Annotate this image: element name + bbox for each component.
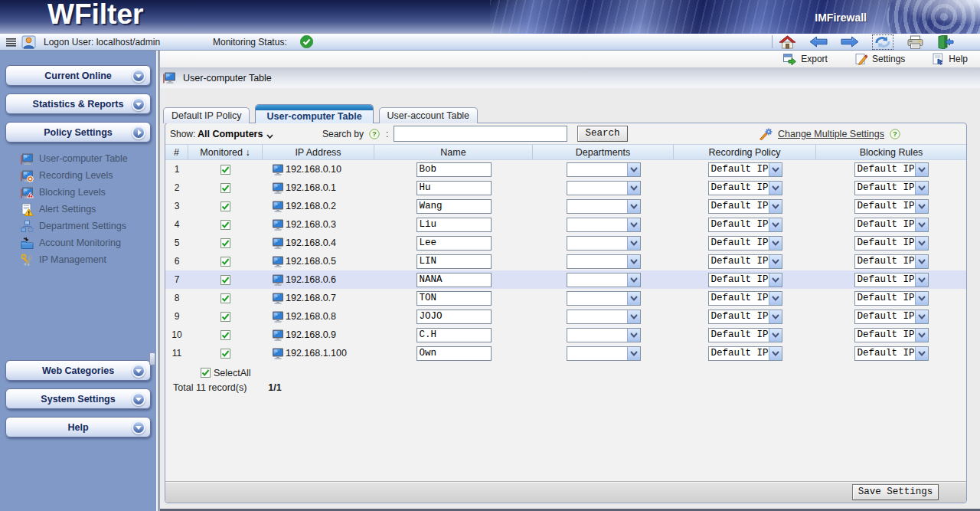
recording-policy-select[interactable]: Default IP <box>708 310 782 324</box>
chevron-down-icon <box>132 69 145 83</box>
save-settings-button[interactable]: Save Settings <box>852 484 939 500</box>
blocking-rules-select[interactable]: Default IP <box>854 181 929 195</box>
name-input[interactable] <box>416 254 492 269</box>
department-select[interactable] <box>567 328 641 342</box>
name-input[interactable] <box>416 328 492 342</box>
recording-policy-select[interactable]: Default IP <box>708 291 782 306</box>
name-input[interactable] <box>416 162 492 177</box>
monitored-checkbox[interactable] <box>220 238 230 248</box>
name-input[interactable] <box>416 346 492 361</box>
search-button[interactable]: Search <box>577 126 628 142</box>
recording-policy-select[interactable]: Default IP <box>708 218 782 232</box>
ip-address: 192.168.0.3 <box>286 219 336 230</box>
monitored-checkbox[interactable] <box>220 257 230 267</box>
department-select[interactable] <box>567 218 641 232</box>
monitored-checkbox[interactable] <box>220 330 230 340</box>
monitored-checkbox[interactable] <box>220 293 230 303</box>
sidebar-item-department-settings[interactable]: Department Settings <box>21 218 156 234</box>
department-select[interactable] <box>567 181 641 195</box>
tab-user-computer-table[interactable]: User-computer Table <box>255 104 373 123</box>
name-input[interactable] <box>416 199 492 214</box>
chevron-down-icon <box>627 163 640 176</box>
refresh-icon[interactable] <box>872 34 893 50</box>
sidebar-item-recording-levels[interactable]: Recording Levels <box>21 167 156 184</box>
blocking-rules-select[interactable]: Default IP <box>854 328 929 342</box>
blocking-rules-select[interactable]: Default IP <box>854 236 929 251</box>
monitored-checkbox[interactable] <box>220 183 230 193</box>
search-input[interactable] <box>394 126 567 142</box>
blocking-rules-select[interactable]: Default IP <box>854 254 929 269</box>
name-input[interactable] <box>416 273 492 287</box>
sidebar-section-current-online[interactable]: Current Online <box>5 65 151 86</box>
recording-policy-select[interactable]: Default IP <box>708 346 782 361</box>
monitored-checkbox[interactable] <box>220 201 230 211</box>
blocking-rules-select[interactable]: Default IP <box>854 218 929 232</box>
settings-icon <box>855 53 867 65</box>
question-icon[interactable]: ? <box>890 129 900 139</box>
name-input[interactable] <box>416 310 492 324</box>
department-select[interactable] <box>567 310 641 324</box>
monitored-checkbox[interactable] <box>220 165 230 175</box>
monitored-checkbox[interactable] <box>220 275 230 285</box>
table-row: 9 192.168.0.8 Default IP Default IP <box>165 307 966 326</box>
tab-user-account-table[interactable]: User-account Table <box>379 107 478 123</box>
blocking-rules-select[interactable]: Default IP <box>854 346 929 361</box>
department-select[interactable] <box>567 199 641 214</box>
sidebar-section-help[interactable]: Help <box>5 417 151 437</box>
department-select[interactable] <box>567 254 641 269</box>
recording-policy-select[interactable]: Default IP <box>708 162 782 177</box>
column-header: Recording Policy <box>674 145 816 159</box>
department-select[interactable] <box>567 162 641 177</box>
sidebar-item-ip-management[interactable]: IP Management <box>21 251 156 268</box>
recording-policy-select[interactable]: Default IP <box>708 236 782 251</box>
recording-policy-select[interactable]: Default IP <box>708 254 782 269</box>
exit-icon[interactable] <box>937 35 954 49</box>
question-icon[interactable]: ? <box>369 123 380 144</box>
monitored-checkbox[interactable] <box>220 312 230 322</box>
splitter-grip[interactable] <box>149 352 155 365</box>
recording-policy-select[interactable]: Default IP <box>708 199 782 214</box>
blocking-rules-select[interactable]: Default IP <box>854 273 929 287</box>
blocking-rules-select[interactable]: Default IP <box>854 310 929 324</box>
home-icon[interactable] <box>779 35 796 49</box>
sidebar-item-user-computer-table[interactable]: User-computer Table <box>21 150 156 167</box>
change-multiple-settings-link[interactable]: Change Multiple Settings <box>778 129 884 139</box>
hamburger-icon[interactable] <box>5 34 17 50</box>
chevron-down-icon <box>627 182 640 195</box>
sidebar-section-web-categories[interactable]: Web Categories <box>5 360 151 381</box>
name-input[interactable] <box>416 218 492 232</box>
column-header[interactable]: Monitored ↓ <box>188 145 263 159</box>
department-select[interactable] <box>567 236 641 251</box>
monitored-checkbox[interactable] <box>220 220 230 230</box>
sidebar-section-policy-settings[interactable]: Policy Settings <box>5 122 151 142</box>
tab-default-ip-policy[interactable]: Default IP Policy <box>163 107 250 123</box>
sidebar-item-account-monitoring[interactable]: Account Monitoring <box>21 234 156 251</box>
blocking-rules-select[interactable]: Default IP <box>854 199 929 214</box>
recording-policy-select[interactable]: Default IP <box>708 273 782 287</box>
department-select[interactable] <box>567 273 641 287</box>
department-select[interactable] <box>567 346 641 361</box>
settings-button[interactable]: Settings <box>855 53 905 65</box>
selectall-checkbox[interactable] <box>201 368 211 378</box>
name-input[interactable] <box>416 236 492 251</box>
show-computers-select[interactable]: All Computers <box>198 123 273 144</box>
recording-policy-select[interactable]: Default IP <box>708 181 782 195</box>
help-button[interactable]: Help <box>933 53 968 65</box>
monitored-checkbox[interactable] <box>220 349 230 359</box>
forward-icon[interactable] <box>841 35 859 48</box>
chevron-down-icon <box>915 237 928 250</box>
sidebar-item-blocking-levels[interactable]: Blocking Levels <box>21 184 156 201</box>
sidebar-section-statistics-reports[interactable]: Statistics & Reports <box>5 93 151 114</box>
department-select[interactable] <box>567 291 641 306</box>
recording-policy-select[interactable]: Default IP <box>708 328 782 342</box>
sidebar-section-system-settings[interactable]: System Settings <box>5 388 151 409</box>
sidebar-item-alert-settings[interactable]: Alert Settings <box>21 201 156 218</box>
name-input[interactable] <box>416 181 492 195</box>
chevron-down-icon <box>915 310 928 323</box>
export-button[interactable]: Export <box>783 54 828 65</box>
name-input[interactable] <box>416 291 492 306</box>
blocking-rules-select[interactable]: Default IP <box>854 291 929 306</box>
back-icon[interactable] <box>809 35 828 48</box>
print-icon[interactable] <box>906 35 924 49</box>
blocking-rules-select[interactable]: Default IP <box>854 162 929 177</box>
